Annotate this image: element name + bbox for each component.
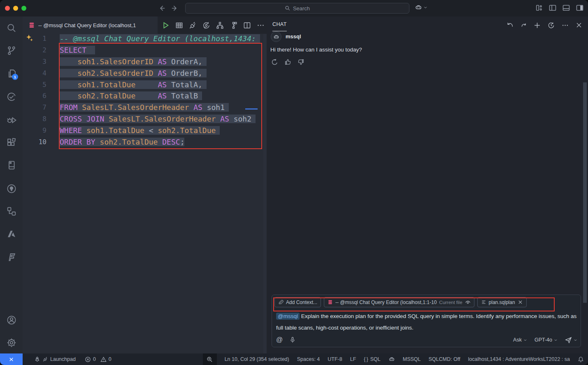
settings-gear-icon[interactable] [0,333,23,352]
cursor-artifact [245,108,258,110]
line-number: 8 [23,115,46,123]
mode-dropdown[interactable]: Ask [513,337,527,343]
code-line[interactable]: 8CROSS JOIN SalesLT.SalesOrderHeader AS … [23,113,263,125]
mssql-mention-chip[interactable]: @mssql [276,313,300,320]
language-mode[interactable]: { } SQL [364,356,380,362]
activity-connections-icon[interactable] [0,202,23,221]
tab-query-editor[interactable]: -- @mssql Chat Query Editor (localhost,1 [23,16,158,34]
magnifier-plus-icon [207,356,213,363]
explorer-badge: 1 [12,74,18,80]
tab-title: -- @mssql Chat Query Editor (localhost,1 [38,22,136,28]
more-actions-button[interactable] [257,21,265,29]
problems-button[interactable]: 0 0 [85,356,112,363]
activity-extensions-icon[interactable] [0,133,23,152]
activity-fabric-icon[interactable] [0,248,23,267]
search-input[interactable]: Search [185,3,409,14]
new-chat-icon[interactable] [534,22,541,29]
sqlplan-chip-label: plan.sqlplan [489,299,515,305]
minimize-window-button[interactable] [13,6,18,11]
eol-sequence[interactable]: LF [350,356,356,362]
eye-icon[interactable] [465,299,471,305]
context-chip-suffix: Current file [439,300,462,305]
activity-search-icon[interactable] [0,19,23,37]
context-chip-query-editor[interactable]: -- @mssql Chat Query Editor (localhost,1… [324,297,474,307]
maximize-window-button[interactable] [21,6,26,11]
actual-plan-button[interactable] [230,21,237,29]
chat-panel: CHAT [267,16,588,353]
thumbs-up-icon[interactable] [284,58,291,66]
line-number: 5 [23,81,46,89]
chat-redo-icon[interactable] [521,22,527,28]
code-line[interactable]: 9WHERE soh1.TotalDue < soh2.TotalDue [23,124,263,136]
remove-chip-icon[interactable] [518,299,523,305]
notifications-bell-icon[interactable] [578,356,584,363]
mssql-status[interactable]: MSSQL [403,356,421,362]
indentation[interactable]: Spaces: 4 [297,356,320,362]
code-editor[interactable]: 1-- @mssql Chat Query Editor (localhost,… [23,33,263,353]
send-icon [565,337,572,344]
estimated-plan-button[interactable] [216,21,224,29]
zoom-indicator[interactable] [203,353,217,365]
chat-more-icon[interactable] [562,22,569,29]
code-line[interactable]: 6 soh2.TotalDue AS TotalB [23,90,263,102]
nav-back-icon[interactable] [158,5,166,12]
send-button[interactable] [565,337,577,344]
chat-undo-icon[interactable] [507,22,514,29]
code-line[interactable]: 7FROM SalesLT.SalesOrderHeader AS soh1 [23,102,263,113]
braces-icon: { } [364,356,368,362]
editor-scrollbar[interactable] [263,34,267,353]
toggle-panel-icon[interactable] [562,4,570,12]
code-line[interactable]: 3 soh1.SalesOrderID AS OrderA, [23,56,263,68]
thumbs-down-icon[interactable] [297,58,304,66]
model-dropdown[interactable]: GPT-4o [535,337,558,343]
change-connection-button[interactable] [202,21,210,29]
status-bar: Launchpad 0 0 Ln 10, Col 29 (354 selecte… [0,353,588,365]
chat-scrollbar[interactable] [583,82,587,303]
remote-indicator[interactable] [0,353,23,365]
code-line[interactable]: 10ORDER BY soh2.TotalDue DESC; [23,136,263,147]
title-bar: Search [0,0,588,16]
launchpad-button[interactable]: Launchpad [34,356,76,363]
retry-icon[interactable] [271,58,278,66]
results-grid-button[interactable] [175,21,183,29]
context-chip-sqlplan[interactable]: plan.sqlplan [477,297,527,307]
activity-database-projects-icon[interactable] [0,156,23,175]
disconnect-button[interactable] [189,21,197,29]
chat-history-icon[interactable] [548,22,555,29]
nav-forward-icon[interactable] [171,5,178,12]
split-editor-button[interactable] [243,21,251,29]
close-window-button[interactable] [5,6,10,11]
tab-strip: -- @mssql Chat Query Editor (localhost,1 [23,16,267,34]
activity-explorer-icon[interactable]: 1 [0,64,23,83]
activity-run-debug-icon[interactable] [0,110,23,129]
copilot-status-icon[interactable] [388,356,395,363]
launchpad-label: Launchpad [50,356,76,362]
chat-input-container[interactable]: Add Context... -- @mssql Chat Query Edit… [272,295,581,347]
close-panel-icon[interactable] [576,22,582,28]
customize-layout-icon[interactable] [535,4,543,12]
microphone-icon[interactable] [289,337,296,343]
cursor-position[interactable]: Ln 10, Col 29 (354 selected) [225,356,289,362]
add-context-button[interactable]: Add Context... [274,297,321,307]
mention-context-icon[interactable]: @ [276,336,283,344]
activity-github-icon[interactable] [0,179,23,198]
line-number: 9 [23,126,46,134]
code-line[interactable]: 5 soh1.TotalDue AS TotalA, [23,79,263,90]
chat-input-text[interactable]: @mssql Explain the execution plan for th… [276,311,577,334]
activity-azure-icon[interactable] [0,225,23,243]
sqlcmd-status[interactable]: SQLCMD: Off [429,356,460,362]
code-line[interactable]: 4 soh2.SalesOrderID AS OrderB, [23,67,263,79]
code-line[interactable]: 2SELECT [23,44,263,56]
toggle-primary-sidebar-icon[interactable] [548,4,557,12]
copilot-menu-button[interactable] [415,4,428,11]
accounts-icon[interactable] [0,311,23,330]
encoding[interactable]: UTF-8 [328,356,342,362]
activity-query-history-icon[interactable] [0,87,23,106]
toggle-secondary-sidebar-icon[interactable] [576,4,584,12]
connection-status[interactable]: localhost,1434 : AdventureWorksLT2022 : … [468,356,570,362]
chat-message-text: Hi there! How can I assist you today? [270,47,362,53]
activity-source-control-icon[interactable] [0,41,23,60]
code-line[interactable]: 1-- @mssql Chat Query Editor (localhost,… [23,33,263,44]
run-query-button[interactable] [162,21,170,29]
tab-chat[interactable]: CHAT [272,21,287,29]
